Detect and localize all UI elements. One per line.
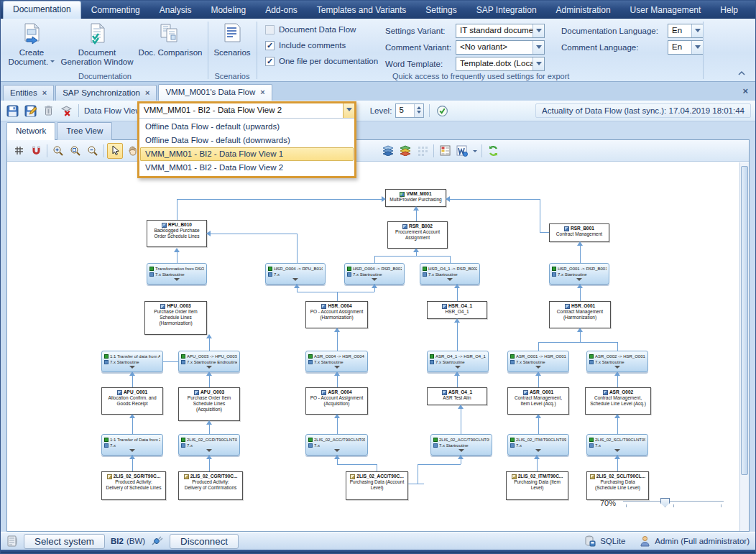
close-tabstrip-icon[interactable]: × (742, 86, 748, 96)
save-as-icon[interactable] (23, 103, 37, 118)
ribbon-tab-administration[interactable]: Administration (547, 2, 620, 19)
close-icon[interactable]: × (260, 88, 264, 96)
scenarios-button[interactable]: Scenarios (211, 21, 254, 78)
expander-icon[interactable] (129, 366, 135, 371)
grid-icon[interactable] (11, 143, 27, 159)
doc-comparison-button[interactable]: Doc. Comparison (136, 21, 205, 78)
expander-icon[interactable] (614, 366, 620, 371)
diagram-node-transformation[interactable]: HSR_O004 -> RPU_B0107.x (265, 263, 326, 285)
document-generation-window-button[interactable]: Document Generation Window (60, 21, 134, 78)
select-system-button[interactable]: Select system (24, 534, 105, 549)
field-dropdown-icon[interactable] (533, 41, 544, 54)
expander-icon[interactable] (535, 449, 541, 455)
ribbon-tab-help[interactable]: Help (711, 2, 747, 19)
diagram-node-datasource[interactable]: 2LIS_02_ACC/T90C...Purchasing Data (Acco… (346, 471, 408, 500)
diagram-node-transformation[interactable]: ASR_O4_1 -> HSR_O4_17.x Startroutine (427, 351, 489, 372)
diagram-node-transformation[interactable]: 2LIS_02_CGR/T90CLNT090 ->...7.x (178, 434, 240, 456)
checkbox-box-icon[interactable] (265, 41, 275, 50)
ribbon-tab-documentation[interactable]: Documentation (3, 1, 81, 19)
legend-icon[interactable] (437, 143, 453, 159)
document-tab-sap-synchronization[interactable]: SAP Synchronization× (55, 85, 157, 101)
select-cursor-icon[interactable] (107, 143, 123, 159)
diagram-node-transformation[interactable]: 1:1 Transfer of data from APU...7.x Star… (101, 351, 163, 372)
field-combobox[interactable]: IT standard documen... (456, 24, 545, 38)
diagram-node-transformation[interactable]: HSR_O4_1 -> RSR_B0027.x Startroutine (420, 263, 480, 285)
diagram-node-transformation[interactable]: Transformation from DSO HP...7.x Startro… (147, 263, 207, 285)
diagram-node-transformation[interactable]: ASR_O004 -> HSR_O0047.x Startroutine (305, 351, 368, 372)
checkbox-document-data-flow[interactable]: Document Data Flow (265, 24, 378, 35)
ribbon-tab-add-ons[interactable]: Add-ons (256, 2, 307, 19)
expander-icon[interactable] (206, 449, 212, 455)
field-combobox[interactable]: Template.dotx (Local) (456, 57, 545, 71)
expander-icon[interactable] (206, 366, 212, 371)
zoom-slider-thumb[interactable] (660, 498, 670, 507)
diagram-node-datasource[interactable]: 2LIS_02_ITM/T90C...Purchasing Data (Item… (506, 471, 568, 500)
field-combobox[interactable]: <No variant> (456, 40, 545, 55)
vertical-scrollbar[interactable] (739, 162, 749, 531)
ribbon-tab-settings[interactable]: Settings (416, 2, 466, 19)
expander-icon[interactable] (458, 449, 464, 455)
delete-view-icon[interactable] (59, 103, 73, 118)
diagram-node-transformation[interactable]: HSR_O004 -> RSR_B0027.x Startroutine (344, 263, 405, 285)
expander-icon[interactable] (447, 278, 453, 284)
document-tab-vmm-m001-s-data-flow[interactable]: VMM_M001's Data Flow× (158, 84, 272, 101)
snap-magnet-icon[interactable] (28, 143, 44, 159)
ribbon-tab-user-management[interactable]: User Management (621, 2, 711, 19)
document-tab-entities[interactable]: Entities× (3, 85, 54, 101)
diagram-node-dso[interactable]: RSR_B001Contract Management (549, 223, 609, 242)
diagram-node-transformation[interactable]: 2LIS_02_SCL/T90CLNT090 ->...7.x (586, 434, 648, 456)
diagram-node-dso[interactable]: HPU_O003Purchase Order ItemSchedule Line… (144, 301, 207, 335)
sync-clock-icon[interactable] (435, 103, 449, 118)
diagram-node-transformation[interactable]: HSR_O001 -> RSR_B0017.x Startroutine (549, 263, 609, 285)
ribbon-tab-analysis[interactable]: Analysis (150, 2, 201, 19)
dropdown-item-vmm-mm01-bi2-data-flow-view-1[interactable]: VMM_MM01 - BI2 - Data Flow View 1 (140, 147, 354, 161)
diagram-node-transformation[interactable]: APU_O003 -> HPU_O0037.x Startroutine End… (178, 351, 240, 372)
delete-icon[interactable] (41, 103, 55, 118)
diagram-node-datasource[interactable]: 2LIS_02_SGR/T90C...Produced Activity:Del… (101, 471, 166, 500)
dropdown-item-offline-data-flow-default-downwards[interactable]: Offline Data Flow - default (downwards) (140, 134, 354, 147)
word-export-icon[interactable] (454, 143, 470, 159)
diagram-node-multiprovider[interactable]: VMM_M001MultiProvider Purchasing (385, 189, 446, 207)
zoom-out-icon[interactable] (85, 143, 101, 159)
diagram-node-transformation[interactable]: ASR_O001 -> HSR_O0017.x Startroutine (507, 351, 569, 372)
expander-icon[interactable] (174, 278, 180, 284)
stepper-arrows-icon[interactable] (414, 104, 423, 117)
diagram-node-datasource[interactable]: 2LIS_02_CGR/T90C...Produced Activity:Del… (178, 471, 243, 500)
diagram-node-dso[interactable]: HSR_O4_1HSR_O4_1 (427, 301, 487, 319)
ribbon-tab-sap-integration[interactable]: SAP Integration (467, 2, 546, 19)
data-flow-view-combobox[interactable]: VMM_MM01 - BI2 - Data Flow View 2 Offlin… (137, 101, 356, 178)
expander-icon[interactable] (292, 278, 298, 284)
create-document-button[interactable]: Create Document. (5, 21, 58, 78)
expander-icon[interactable] (535, 366, 541, 371)
ribbon-tab-templates-and-variants[interactable]: Templates and Variants (308, 2, 416, 19)
diagram-node-dso[interactable]: ASR_O4_1ASR Test Alin (427, 387, 487, 405)
diagram-node-transformation[interactable]: 2LIS_02_ITM/T90CLNT090 ->...7.x (507, 434, 569, 456)
field-combobox[interactable]: En (668, 40, 704, 55)
expander-icon[interactable] (334, 366, 340, 371)
view-tab-network[interactable]: Network (6, 122, 55, 140)
checkbox-one-file-per-documentation[interactable]: One file per documentation (265, 55, 378, 67)
diagram-node-dso[interactable]: ASR_O001Contract Management,Item Level (… (507, 387, 569, 415)
dropdown-item-offline-data-flow-default-upwards[interactable]: Offline Data Flow - default (upwards) (140, 120, 354, 134)
dataflow-canvas[interactable]: 70% VMM_M001MultiProvider PurchasingRPU_… (7, 162, 739, 531)
diagram-node-dso[interactable]: APU_O003Purchase Order ItemSchedule Line… (178, 387, 240, 421)
view-tab-tree-view[interactable]: Tree View (57, 122, 112, 140)
close-icon[interactable]: × (42, 88, 47, 97)
layers-colored-icon[interactable] (397, 143, 413, 159)
save-icon[interactable] (5, 103, 19, 118)
grid-dots-icon[interactable] (415, 143, 430, 159)
ribbon-tab-commenting[interactable]: Commenting (82, 2, 149, 19)
diagram-node-dso[interactable]: RSR_B002Procurement AccountAssignment (387, 221, 448, 249)
zoom-window-icon[interactable] (68, 143, 83, 159)
diagram-node-dso[interactable]: ASR_O002Contract Management,Schedule Lin… (585, 387, 651, 415)
field-dropdown-icon[interactable] (533, 57, 544, 70)
collapse-ribbon-icon[interactable] (737, 70, 747, 78)
diagram-node-transformation[interactable]: 1:1 Transfer of Data from 2LIS...7.x (101, 434, 163, 456)
combobox-dropdown-icon[interactable] (343, 103, 354, 118)
diagram-node-dso[interactable]: ASR_O004PO - Account Assignment(Acquisit… (305, 387, 368, 415)
level-stepper[interactable]: 5 (395, 103, 424, 118)
scrollbar-thumb[interactable] (741, 166, 748, 475)
combobox-field[interactable]: VMM_MM01 - BI2 - Data Flow View 2 (139, 103, 354, 119)
disconnect-button[interactable]: Disconnect (170, 534, 239, 549)
expander-icon[interactable] (576, 278, 582, 284)
